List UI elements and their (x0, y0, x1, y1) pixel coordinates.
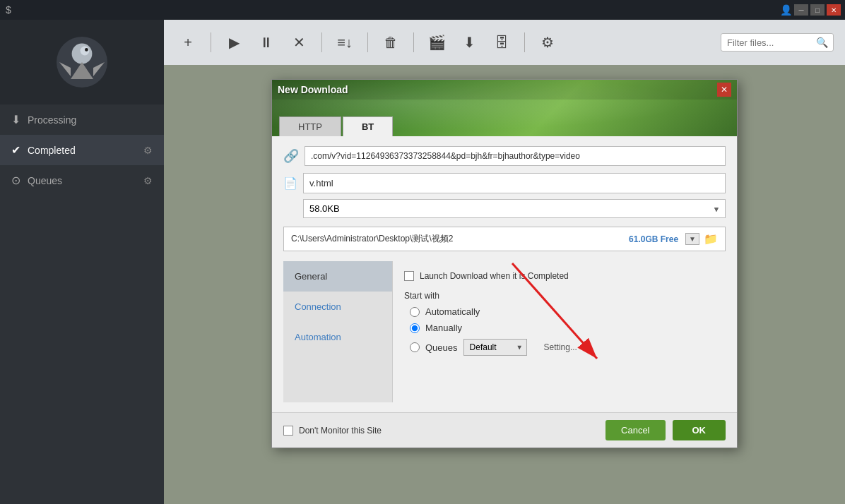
manually-label: Manually (425, 323, 462, 333)
launch-download-label: Launch Download when it is Completed (420, 271, 569, 281)
database-button[interactable]: 🗄 (489, 30, 514, 55)
queues-gear-icon[interactable]: ⚙ (143, 175, 153, 186)
sep2 (321, 32, 322, 52)
svg-point-2 (81, 47, 90, 56)
dont-monitor-checkbox[interactable] (283, 426, 293, 436)
completed-gear-icon[interactable]: ⚙ (143, 145, 153, 156)
radio-manually[interactable] (410, 323, 420, 333)
radio-manually-row: Manually (404, 323, 714, 333)
sidebar-item-queues[interactable]: ⊙ Queues ⚙ (0, 165, 164, 196)
queues-radio-label: Queues (425, 342, 458, 353)
settings-link[interactable]: Setting... (544, 342, 577, 352)
left-panel-automation[interactable]: Automation (283, 322, 392, 352)
dialog-header: New Download ✕ HTTP BT (272, 80, 737, 136)
ok-button[interactable]: OK (673, 420, 726, 440)
sep3 (367, 32, 368, 52)
start-with-label: Start with (404, 291, 714, 301)
search-icon: 🔍 (816, 37, 828, 48)
queue-button[interactable]: ≡↓ (332, 30, 358, 55)
main-content: New Download ✕ HTTP BT 🔗 (164, 65, 845, 504)
sidebar-item-completed[interactable]: ✔ Completed ⚙ (0, 135, 164, 165)
file-icon: 📄 (283, 176, 297, 190)
tab-http[interactable]: HTTP (279, 116, 341, 136)
download-button[interactable]: ⬇ (456, 30, 482, 55)
queues-select[interactable]: Default (463, 339, 527, 356)
sidebar-processing-label: Processing (28, 114, 153, 126)
url-link-icon: 🔗 (283, 148, 299, 164)
dialog-footer: Don't Monitor this Site Cancel OK (272, 412, 737, 448)
processing-icon: ⬇ (11, 113, 20, 126)
app-logo (0, 20, 164, 104)
minimize-btn[interactable]: ─ (794, 4, 808, 16)
modal-overlay: New Download ✕ HTTP BT 🔗 (164, 65, 845, 504)
launch-checkbox[interactable] (404, 271, 414, 281)
path-free: 61.0GB Free (629, 234, 678, 244)
left-panel-general[interactable]: General (283, 261, 392, 292)
path-dropdown-icon[interactable]: ▼ (685, 233, 699, 245)
media-button[interactable]: 🎬 (424, 30, 449, 55)
filter-input-wrap: 🔍 (721, 33, 834, 52)
dialog-close-button[interactable]: ✕ (717, 83, 731, 97)
play-button[interactable]: ▶ (221, 30, 247, 55)
add-button[interactable]: + (175, 30, 201, 55)
path-folder-icon[interactable]: 📁 (704, 232, 718, 246)
new-download-dialog: New Download ✕ HTTP BT 🔗 (271, 79, 738, 448)
cancel-button[interactable]: Cancel (605, 420, 665, 440)
user-icon: 👤 (780, 4, 792, 16)
url-input[interactable] (305, 146, 726, 166)
sep1 (211, 32, 211, 52)
close-btn[interactable]: ✕ (827, 4, 841, 16)
sep5 (524, 32, 525, 52)
sidebar-item-processing[interactable]: ⬇ Processing (0, 104, 164, 135)
radio-queues[interactable] (410, 342, 420, 352)
path-text: C:\Users\Administrator\Desktop\测试\视频2 (291, 233, 625, 245)
path-row: C:\Users\Administrator\Desktop\测试\视频2 61… (283, 227, 726, 251)
queues-icon: ⊙ (11, 174, 20, 187)
dialog-title: New Download (278, 84, 717, 95)
left-panel-connection[interactable]: Connection (283, 292, 392, 322)
radio-automatically[interactable] (410, 307, 420, 317)
radio-automatically-row: Automatically (404, 306, 714, 317)
stop-button[interactable]: ✕ (286, 30, 312, 55)
completed-icon: ✔ (11, 143, 20, 157)
queues-select-wrap: Default ▼ (463, 339, 527, 356)
automatically-label: Automatically (425, 306, 480, 317)
size-select[interactable]: 58.0KB (303, 199, 726, 218)
queues-row: Queues Default ▼ Setting... (404, 339, 714, 356)
settings-button[interactable]: ⚙ (535, 30, 560, 55)
dont-monitor-label: Don't Monitor this Site (299, 426, 382, 436)
filename-input[interactable] (303, 173, 726, 193)
tab-bt[interactable]: BT (343, 116, 393, 136)
sep4 (413, 32, 414, 52)
sidebar-queues-label: Queues (28, 175, 136, 186)
svg-point-3 (85, 48, 88, 52)
dollar-icon: $ (6, 4, 11, 16)
pause-button[interactable]: ⏸ (254, 30, 279, 55)
restore-btn[interactable]: □ (810, 4, 825, 16)
delete-button[interactable]: 🗑 (378, 30, 403, 55)
filter-input[interactable] (727, 37, 812, 48)
sidebar-completed-label: Completed (28, 145, 136, 156)
